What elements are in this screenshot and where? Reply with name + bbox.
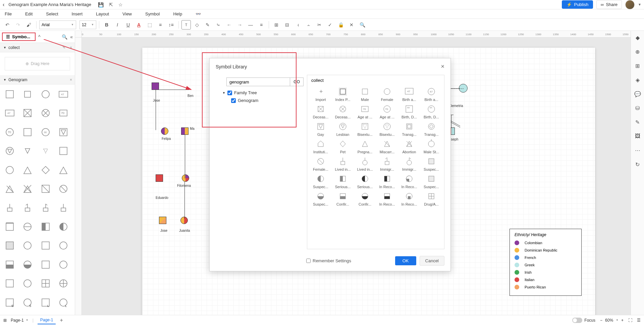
symbol-grid-item[interactable]	[20, 220, 35, 234]
export-icon[interactable]: ⇱	[109, 2, 113, 7]
undo-button[interactable]: ↶	[3, 20, 12, 30]
symbol-grid-item[interactable]	[20, 106, 35, 120]
star-icon[interactable]: ☆	[118, 2, 123, 7]
pages-icon[interactable]: ⊞	[3, 318, 7, 323]
symbol-grid-item[interactable]	[56, 238, 70, 253]
modal-symbol-item[interactable]: Deceas...	[310, 104, 331, 120]
fullscreen-icon[interactable]: ⛶	[628, 318, 632, 323]
account-dropdown-caret[interactable]: ▼	[638, 3, 641, 6]
modal-symbol-item[interactable]: Transg...	[398, 121, 420, 137]
close-icon[interactable]: ×	[70, 45, 72, 50]
menu-edit[interactable]: Edit	[23, 10, 35, 18]
menu-layout[interactable]: Layout	[94, 10, 111, 18]
symbol-grid-item[interactable]	[39, 276, 53, 290]
arrow-start-button[interactable]: ←	[224, 20, 234, 30]
symbol-search-input[interactable]	[226, 77, 290, 86]
line-spacing-button[interactable]: ↕≡	[166, 20, 176, 30]
modal-symbol-item[interactable]: Pregna...	[354, 139, 376, 155]
style-panel-icon[interactable]: ◆	[634, 34, 642, 42]
symbol-grid-item[interactable]	[20, 125, 35, 139]
text-align-v-button[interactable]: ⬚	[145, 20, 154, 30]
modal-symbol-item[interactable]: Gay	[310, 121, 331, 137]
search-button[interactable]: 🔍	[358, 20, 367, 30]
modal-symbol-item[interactable]: Transg...	[421, 121, 442, 137]
modal-symbol-item[interactable]: Female...	[310, 156, 331, 172]
node-filomena-circle[interactable]	[182, 174, 189, 182]
text-tool-button[interactable]: T	[181, 20, 191, 30]
add-page-button[interactable]: +	[60, 317, 63, 323]
symbol-grid-item[interactable]: S	[3, 295, 17, 310]
symbol-grid-item[interactable]	[56, 163, 70, 177]
symbol-grid-item[interactable]	[39, 87, 53, 101]
symbol-grid-item[interactable]	[39, 163, 53, 177]
format-painter-button[interactable]: 🖌	[24, 20, 34, 30]
symbol-grid-item[interactable]	[39, 238, 53, 253]
modal-symbol-item[interactable]: Suspec...	[310, 173, 331, 189]
line-weight-button[interactable]: ≡	[257, 20, 266, 30]
symbol-grid-item[interactable]	[3, 258, 17, 272]
symbol-grid-item[interactable]	[56, 125, 70, 139]
collapse-panel-icon[interactable]: «	[70, 34, 73, 40]
comments-icon[interactable]: 💬	[634, 90, 642, 98]
redo-button[interactable]: ↷	[13, 20, 23, 30]
modal-symbol-item[interactable]: Instituti...	[310, 139, 331, 155]
modal-symbol-item[interactable]: Serious...	[354, 173, 376, 189]
modal-symbol-item[interactable]: Male St...	[421, 139, 442, 155]
bold-button[interactable]: B	[102, 20, 111, 30]
menu-help[interactable]: Help	[171, 10, 184, 18]
symbol-grid-item[interactable]	[39, 201, 53, 215]
menu-file[interactable]: File	[3, 10, 14, 18]
modal-ok-button[interactable]: OK	[395, 256, 416, 265]
avatar[interactable]	[625, 0, 635, 9]
modal-symbol-item[interactable]: Pet	[332, 139, 354, 155]
symbol-grid-item[interactable]	[39, 182, 53, 196]
history-icon[interactable]: ↻	[634, 160, 642, 168]
symbol-grid-item[interactable]	[56, 220, 70, 234]
zoom-in-button[interactable]: +	[621, 318, 624, 323]
ungroup-button[interactable]: ⊟	[282, 20, 292, 30]
modal-symbol-item[interactable]: Bisextu...	[354, 121, 376, 137]
symbol-grid-item[interactable]	[56, 182, 70, 196]
arrow-end-button[interactable]: →	[235, 20, 245, 30]
underline-button[interactable]: U	[123, 20, 133, 30]
apps-icon[interactable]: ⊞	[634, 62, 642, 70]
line-color-button[interactable]: ✎	[203, 20, 212, 30]
symbol-grid-item[interactable]	[39, 106, 53, 120]
save-icon[interactable]: 💾	[98, 2, 104, 7]
symbol-grid-item[interactable]: 47	[3, 106, 17, 120]
symbol-grid-item[interactable]	[3, 220, 17, 234]
connector-style-button[interactable]: ⤷	[214, 20, 223, 30]
modal-symbol-item[interactable]: 47Birth a...	[398, 86, 420, 102]
symbol-grid-item[interactable]: 70	[56, 106, 70, 120]
symbol-grid-item[interactable]: L	[56, 295, 70, 310]
checkbox-genogram[interactable]	[231, 98, 236, 103]
modal-symbol-item[interactable]: In Reco...	[376, 191, 398, 207]
symbol-grid-item[interactable]	[56, 201, 70, 215]
symbol-grid-item[interactable]	[56, 276, 70, 290]
symbol-grid-item[interactable]	[3, 182, 17, 196]
symbol-grid-item[interactable]	[39, 258, 53, 272]
menu-view[interactable]: View	[120, 10, 134, 18]
symbol-grid-item[interactable]	[20, 182, 35, 196]
modal-symbol-item[interactable]: 47Birth a...	[421, 86, 442, 102]
focus-toggle[interactable]: Focus	[572, 318, 595, 323]
font-size-selector[interactable]: 12▼	[79, 20, 96, 29]
modal-symbol-item[interactable]: Suspec...	[421, 156, 442, 172]
tree-item-family-tree[interactable]: ▼ Family Tree	[222, 90, 304, 95]
node-jose-square[interactable]	[152, 83, 159, 90]
menu-select[interactable]: Select	[44, 10, 60, 18]
remember-settings-checkbox[interactable]: Remember Settings	[306, 258, 351, 263]
zoom-out-button[interactable]: −	[600, 318, 602, 323]
font-color-button[interactable]: A	[134, 20, 144, 30]
publish-button[interactable]: ⚡Publish	[562, 0, 593, 9]
symbol-grid-item[interactable]	[20, 238, 35, 253]
glasses-icon[interactable]: 👓	[194, 10, 203, 18]
text-align-h-button[interactable]: ≡	[156, 20, 165, 30]
search-panel-icon[interactable]: 🔍	[62, 34, 67, 40]
crop-button[interactable]: ✂	[315, 20, 324, 30]
symbol-grid-item[interactable]: 47	[56, 87, 70, 101]
symbol-grid-item[interactable]	[3, 276, 17, 290]
node-square-red[interactable]	[156, 174, 163, 182]
symbol-grid-item[interactable]	[20, 144, 35, 158]
modal-symbol-item[interactable]: Miscarr...	[376, 139, 398, 155]
